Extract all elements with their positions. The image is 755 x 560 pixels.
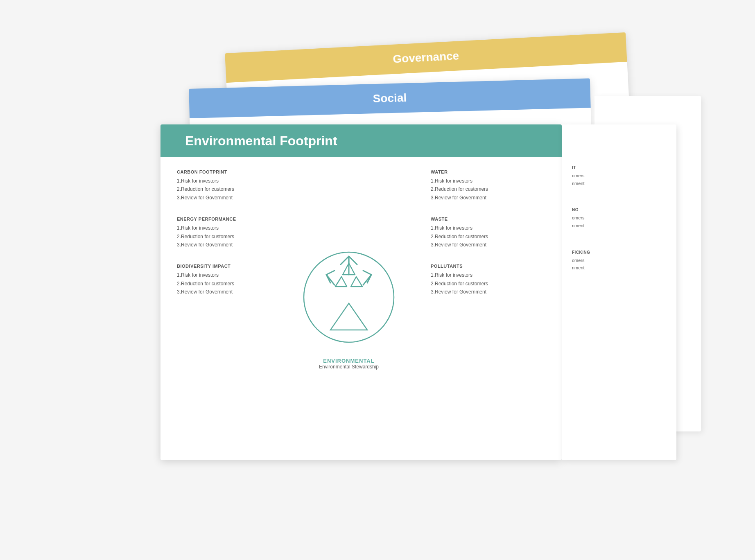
env-left-column: CARBON FOOTPRINT 1.Risk for investors 2.… xyxy=(177,169,275,448)
overflow-ng: NG omers nment xyxy=(572,208,668,229)
environmental-header: Environmental Footprint xyxy=(160,124,562,157)
diagram-label: ENVIRONMENTAL Environmental Stewardship xyxy=(319,358,379,370)
env-center-diagram: ENVIRONMENTAL Environmental Stewardship xyxy=(275,169,423,448)
social-title: Social xyxy=(373,91,407,105)
scene: Governance DATA PROTECTION 1.Risk for in… xyxy=(0,0,755,560)
environmental-title: Environmental Footprint xyxy=(185,133,337,149)
biodiversity-section: BIODIVERSITY IMPACT 1.Risk for investors… xyxy=(177,264,267,296)
governance-title: Governance xyxy=(393,49,459,65)
overflow-it: IT omers nment xyxy=(572,165,668,187)
pollutants-section: POLLUTANTS 1.Risk for investors 2.Reduct… xyxy=(431,264,545,296)
carbon-footprint-section: CARBON FOOTPRINT 1.Risk for investors 2.… xyxy=(177,169,267,202)
env-diagram-svg xyxy=(300,248,398,355)
environmental-diagram: ENVIRONMENTAL Environmental Stewardship xyxy=(296,247,402,370)
env-right-column: WATER 1.Risk for investors 2.Reduction f… xyxy=(423,169,545,448)
right-overflow-panel: IT omers nment NG omers nment FICKING om… xyxy=(562,124,676,460)
svg-marker-2 xyxy=(330,303,367,330)
water-section: WATER 1.Risk for investors 2.Reduction f… xyxy=(431,169,545,202)
environmental-card[interactable]: Environmental Footprint CARBON FOOTPRINT… xyxy=(160,124,562,460)
overflow-ficking: FICKING omers nment xyxy=(572,250,668,272)
waste-section: WASTE 1.Risk for investors 2.Reduction f… xyxy=(431,217,545,249)
card-stack: Governance DATA PROTECTION 1.Risk for in… xyxy=(152,55,603,505)
energy-performance-section: ENERGY PERFORMANCE 1.Risk for investors … xyxy=(177,217,267,249)
